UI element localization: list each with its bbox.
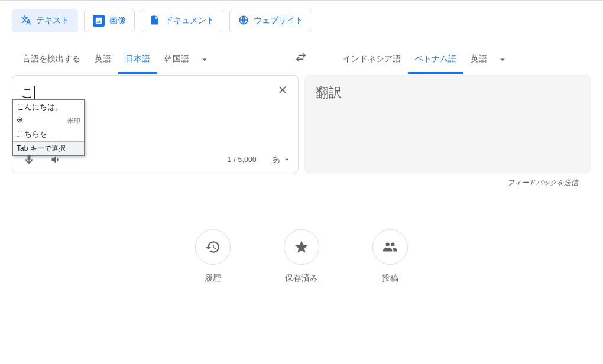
document-icon: [150, 15, 160, 27]
mode-tab-label: ウェブサイト: [254, 15, 303, 26]
suggestion-text: こんにちは。: [17, 102, 63, 112]
source-lang-en[interactable]: 英語: [87, 46, 118, 74]
star-icon: [284, 229, 319, 265]
ime-glyph: あ: [272, 154, 280, 165]
history-label: 履歴: [205, 273, 221, 284]
mode-tab-label: ドキュメント: [165, 15, 215, 26]
translation-placeholder: 翻訳: [305, 76, 591, 110]
target-lang-vi[interactable]: ベトナム語: [408, 46, 463, 74]
image-icon: [93, 15, 105, 27]
input-method-button[interactable]: あ: [272, 154, 291, 165]
text-cursor: [34, 86, 35, 100]
saved-label: 保存済み: [285, 273, 318, 284]
translate-icon: [21, 15, 31, 27]
people-icon: [372, 229, 408, 265]
target-lang-en[interactable]: 英語: [463, 46, 494, 74]
contribute-button[interactable]: 投稿: [372, 229, 408, 284]
chevron-down-icon: [283, 155, 291, 164]
chevron-down-icon[interactable]: [494, 46, 511, 74]
mode-tab-text[interactable]: テキスト: [12, 9, 78, 32]
target-pane: 翻訳: [304, 75, 591, 173]
microphone-button[interactable]: [20, 150, 38, 169]
source-lang-ja[interactable]: 日本語: [118, 46, 157, 74]
saved-button[interactable]: 保存済み: [284, 229, 319, 284]
source-lang-detect[interactable]: 言語を検出する: [15, 46, 87, 74]
suggestion-reading: 米印: [67, 116, 80, 125]
mode-tab-website[interactable]: ウェブサイト: [229, 9, 312, 32]
mode-tab-image[interactable]: 画像: [84, 9, 135, 32]
character-count: 1 / 5,000: [228, 155, 257, 164]
source-pane: こ こんにちは。 ※ 米印 こちらを Tab キーで選択: [12, 75, 299, 173]
mode-tab-label: 画像: [109, 15, 126, 26]
source-lang-ko[interactable]: 韓国語: [157, 46, 196, 74]
clear-input-button[interactable]: [275, 83, 290, 97]
contribute-label: 投稿: [382, 273, 398, 284]
globe-icon: [238, 15, 249, 27]
swap-languages-button[interactable]: [290, 46, 312, 69]
suggestion-item[interactable]: こんにちは。: [13, 100, 84, 114]
history-icon: [195, 229, 231, 265]
source-text-value: こ: [21, 85, 34, 100]
language-row: 言語を検出する 英語 日本語 韓国語 インドネシア語 ベトナム語 英語: [12, 46, 591, 74]
target-lang-id[interactable]: インドネシア語: [336, 46, 408, 74]
history-button[interactable]: 履歴: [195, 229, 231, 284]
mode-tab-label: テキスト: [36, 15, 69, 26]
suggestion-item[interactable]: こちらを: [13, 127, 84, 141]
suggestion-text: ※: [17, 116, 23, 125]
chevron-down-icon[interactable]: [196, 46, 213, 74]
listen-button[interactable]: [47, 150, 66, 169]
send-feedback-link[interactable]: フィードバックを送信: [12, 173, 591, 188]
suggestion-item[interactable]: ※ 米印: [13, 114, 84, 127]
suggestion-text: こちらを: [17, 129, 47, 139]
mode-tabs: テキスト 画像 ドキュメント ウェブサイト: [12, 9, 591, 32]
mode-tab-document[interactable]: ドキュメント: [141, 9, 223, 32]
